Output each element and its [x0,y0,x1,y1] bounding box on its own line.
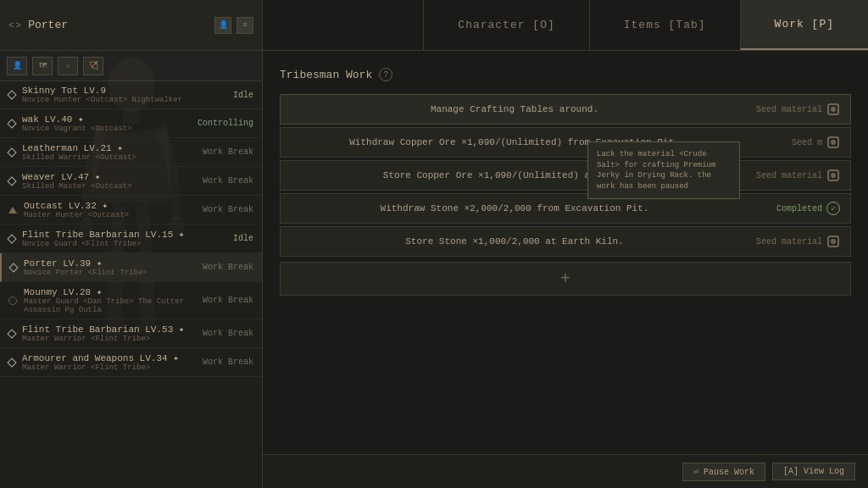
char-name: Weaver LV.47 ✦ [22,171,203,182]
char-sub: Master Warrior <Flint Tribe> [22,363,203,372]
add-work-button[interactable]: + [280,262,851,296]
char-status: Work Break [203,329,253,338]
work-item[interactable]: Store Stone ×1,000/2,000 at Earth Kiln. … [280,226,851,257]
char-status: Controlling [198,119,253,128]
pause-work-button[interactable]: ⏎ Pause Work [682,463,765,481]
char-filter-bar: 👤 🗺 ⚔ 🏹 [0,51,262,81]
work-item[interactable]: Withdraw Copper Ore ×1,090/(Unlimited) f… [280,127,851,158]
work-item[interactable]: Store Copper Ore ×1,090/(Unlimited) at F… [280,160,851,191]
tooltip-box: Lack the material <Crude Salt> for craft… [587,141,740,199]
manage-icon[interactable]: 👤 [214,17,231,34]
char-info: Flint Tribe Barbarian LV.53 ✦ Master War… [22,324,203,343]
char-sub: Master Guard <Dan Tribe> The Cutter Assa… [24,297,203,314]
char-status: Idle [233,91,253,100]
char-name: wak LV.40 ✦ [22,114,198,125]
seed-material-icon [826,136,840,149]
char-sub: Novice Hunter <Outcast> Nightwalker [22,96,233,104]
char-status: Work Break [203,205,253,214]
seed-material-icon [826,103,840,116]
char-indicator-diamond [7,90,16,99]
work-item[interactable]: Manage Crafting Tables around. Seed mate… [280,94,851,125]
char-name: Outcast LV.32 ✦ [24,200,203,211]
tab-work[interactable]: Work [P] [740,0,868,50]
prev-arrow-icon[interactable]: < [8,20,14,30]
char-info: Weaver LV.47 ✦ Skilled Master <Outcast> [22,171,203,191]
settings-icon[interactable]: ≡ [236,17,253,34]
section-title: Tribesman Work ? [280,68,851,81]
list-item[interactable]: Outcast LV.32 ✦ Master Hunter <Outcast> … [0,196,262,225]
char-status: Work Break [203,147,253,157]
svg-point-9 [831,140,836,145]
tab-items[interactable]: Items [Tab] [589,0,740,50]
char-status: Work Break [203,358,253,367]
char-sub: Novice Guard <Flint Tribe> [22,240,233,248]
char-indicator-diamond [7,329,16,338]
list-item[interactable]: Mounmy LV.28 ✦ Master Guard <Dan Tribe> … [0,282,262,319]
view-log-button[interactable]: [A] View Log [772,463,855,480]
char-indicator-diamond [7,119,16,128]
work-item-status: Seed material [738,235,840,248]
char-name: Flint Tribe Barbarian LV.53 ✦ [22,324,203,335]
char-info: Porter LV.39 ✦ Novice Porter <Flint Trib… [24,258,203,277]
list-item[interactable]: Porter LV.39 ✦ Novice Porter <Flint Trib… [0,253,262,282]
char-info: Flint Tribe Barbarian LV.15 ✦ Novice Gua… [22,229,233,248]
char-sub: Master Warrior <Flint Tribe> [22,335,203,343]
char-info: Armourer and Weapons LV.34 ✦ Master Warr… [22,352,203,372]
list-item[interactable]: Skinny Tot LV.9 Novice Hunter <Outcast> … [0,81,262,109]
work-list: Manage Crafting Tables around. Seed mate… [280,94,851,296]
char-status: Idle [233,234,253,243]
char-status: Work Break [203,296,253,305]
char-info: Mounmy LV.28 ✦ Master Guard <Dan Tribe> … [24,286,203,314]
char-name: Flint Tribe Barbarian LV.15 ✦ [22,229,233,240]
filter-btn-1[interactable]: 👤 [7,57,27,75]
list-item[interactable]: Weaver LV.47 ✦ Skilled Master <Outcast> … [0,167,262,196]
left-panel: < > Porter 👤 ≡ 👤 🗺 ⚔ 🏹 [0,0,263,488]
char-name: Mounmy LV.28 ✦ [24,286,203,297]
list-item[interactable]: Armourer and Weapons LV.34 ✦ Master Warr… [0,348,262,377]
list-item[interactable]: wak LV.40 ✦ Novice Vagrant <Outcast> Con… [0,109,262,138]
char-indicator-diamond [7,234,16,243]
filter-btn-4[interactable]: 🏹 [83,57,103,75]
work-item-text: Withdraw Stone ×2,000/2,000 from Excavat… [291,203,738,214]
right-panel: Tribesman Work ? Manage Crafting Tables … [263,51,868,454]
char-name: Porter LV.39 ✦ [24,258,203,269]
seed-material-icon [826,235,840,248]
list-item[interactable]: Flint Tribe Barbarian LV.53 ✦ Master War… [0,319,262,348]
char-indicator-diamond [7,358,16,367]
header-icons: 👤 ≡ [214,17,253,34]
left-header: < > Porter 👤 ≡ [0,0,262,51]
help-icon[interactable]: ? [379,68,392,81]
filter-btn-3[interactable]: ⚔ [58,57,78,75]
char-status: Work Break [203,263,253,272]
char-name: Armourer and Weapons LV.34 ✦ [22,352,203,363]
char-list: Skinny Tot LV.9 Novice Hunter <Outcast> … [0,81,262,488]
work-item-status: Seed m [738,136,840,149]
char-indicator-circle [8,297,17,305]
work-item-text: Store Stone ×1,000/2,000 at Earth Kiln. [291,236,738,247]
list-item[interactable]: Leatherman LV.21 ✦ Skilled Warrior <Outc… [0,138,262,167]
char-indicator-diamond [7,147,16,157]
char-sub: Skilled Master <Outcast> [22,182,203,191]
work-item[interactable]: Withdraw Stone ×2,000/2,000 from Excavat… [280,193,851,224]
char-sub: Novice Vagrant <Outcast> [22,125,198,133]
char-sub: Skilled Warrior <Outcast> [22,153,203,162]
char-name: Leatherman LV.21 ✦ [22,142,203,153]
svg-point-13 [831,239,836,244]
filter-btn-2[interactable]: 🗺 [32,57,53,75]
seed-material-icon [826,169,840,182]
char-name: Skinny Tot LV.9 [22,86,233,96]
nav-arrows[interactable]: < > [8,20,21,30]
tab-character[interactable]: Character [O] [423,0,588,50]
completed-icon: ✓ [826,202,840,215]
char-info: Skinny Tot LV.9 Novice Hunter <Outcast> … [22,86,233,104]
char-info: Leatherman LV.21 ✦ Skilled Warrior <Outc… [22,142,203,162]
svg-point-11 [831,173,836,178]
next-arrow-icon[interactable]: > [16,20,22,30]
work-item-status: Completed ✓ [738,202,840,215]
char-sub: Novice Porter <Flint Tribe> [24,269,203,277]
bottom-bar: ⏎ Pause Work [A] View Log [263,454,868,488]
char-info: wak LV.40 ✦ Novice Vagrant <Outcast> [22,114,198,133]
char-info: Outcast LV.32 ✦ Master Hunter <Outcast> [24,200,203,219]
char-status: Work Break [203,176,253,186]
list-item[interactable]: Flint Tribe Barbarian LV.15 ✦ Novice Gua… [0,225,262,253]
